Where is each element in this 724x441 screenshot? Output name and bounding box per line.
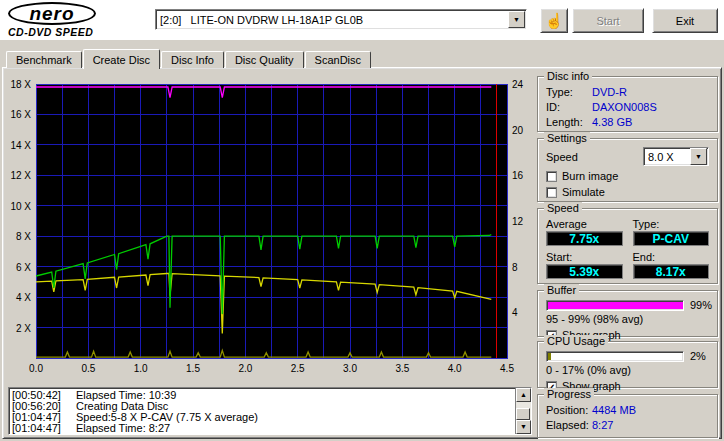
svg-text:8: 8 bbox=[512, 262, 518, 273]
end-speed-label: End: bbox=[633, 251, 710, 263]
svg-text:12: 12 bbox=[512, 216, 524, 227]
svg-text:1.5: 1.5 bbox=[186, 363, 200, 374]
group-title: Buffer bbox=[544, 284, 579, 296]
svg-text:3.5: 3.5 bbox=[395, 363, 409, 374]
speed-setting-label: Speed bbox=[546, 151, 578, 163]
disc-type-value: DVD-R bbox=[592, 86, 627, 98]
disc-info-group: Disc info Type: DVD-R ID: DAXON008S Leng… bbox=[537, 76, 718, 132]
scroll-down-icon[interactable]: ▼ bbox=[516, 420, 531, 434]
drive-select-value: [2:0] LITE-ON DVDRW LH-18A1P GL0B bbox=[156, 14, 508, 26]
svg-text:10 X: 10 X bbox=[10, 201, 31, 212]
speed-select-value: 8.0 X bbox=[644, 151, 690, 163]
buffer-percent: 99% bbox=[690, 299, 712, 311]
scroll-up-icon[interactable]: ▲ bbox=[516, 388, 531, 402]
disc-id-label: ID: bbox=[546, 101, 592, 113]
elapsed-value: 8:27 bbox=[592, 419, 613, 431]
log-scrollbar[interactable]: ▲ ▼ bbox=[515, 388, 531, 434]
svg-text:18 X: 18 X bbox=[10, 79, 31, 90]
type-label: Type: bbox=[633, 218, 710, 230]
elapsed-row: Elapsed: 8:27 bbox=[538, 419, 717, 431]
simulate-checkbox[interactable]: Simulate bbox=[538, 186, 717, 198]
cpu-meter-fill bbox=[548, 353, 551, 360]
log-line: [01:04:47]Elapsed Time: 8:27 bbox=[12, 423, 515, 434]
header-bar: nero CD-DVD SPEED [2:0] LITE-ON DVDRW LH… bbox=[0, 0, 724, 40]
tab-disc-quality[interactable]: Disc Quality bbox=[225, 51, 304, 68]
scrollbar-track[interactable] bbox=[516, 402, 531, 420]
average-label: Average bbox=[546, 218, 623, 230]
settings-group: Settings Speed 8.0 X ▼ Burn image Simula… bbox=[537, 138, 718, 202]
scrollbar-thumb[interactable] bbox=[516, 408, 530, 420]
group-title: Progress bbox=[544, 388, 594, 400]
tab-scandisc[interactable]: ScanDisc bbox=[305, 51, 371, 68]
svg-text:0.0: 0.0 bbox=[29, 363, 43, 374]
type-value: P-CAV bbox=[633, 231, 710, 246]
cpu-range: 0 - 17% (0% avg) bbox=[538, 362, 717, 376]
eject-button[interactable]: ☝ bbox=[540, 8, 568, 33]
exit-button[interactable]: Exit bbox=[652, 8, 718, 33]
nero-logo-subtitle: CD-DVD SPEED bbox=[8, 26, 148, 38]
group-title: CPU Usage bbox=[544, 335, 608, 347]
nero-logo: nero CD-DVD SPEED bbox=[8, 2, 148, 38]
group-title: Disc info bbox=[544, 70, 592, 82]
tab-benchmark[interactable]: Benchmark bbox=[6, 51, 82, 68]
nero-logo-wordmark: nero bbox=[8, 2, 96, 25]
svg-text:6 X: 6 X bbox=[16, 262, 31, 273]
write-speed-chart: 2 X4 X6 X8 X10 X12 X14 X16 X18 X48121620… bbox=[8, 74, 532, 376]
burn-image-checkbox[interactable]: Burn image bbox=[538, 170, 717, 182]
checkbox-icon[interactable] bbox=[546, 171, 557, 182]
disc-length-label: Length: bbox=[546, 116, 592, 128]
buffer-meter bbox=[546, 300, 684, 311]
cpu-percent: 2% bbox=[690, 350, 706, 362]
progress-group: Progress Position: 4484 MB Elapsed: 8:27 bbox=[537, 394, 718, 438]
group-title: Settings bbox=[544, 132, 590, 144]
svg-text:12 X: 12 X bbox=[10, 170, 31, 181]
speed-values-grid: Average Type: 7.75x P-CAV Start: End: 5.… bbox=[538, 209, 717, 283]
burn-image-label: Burn image bbox=[562, 170, 618, 182]
buffer-group: Buffer 99% 95 - 99% (98% avg) ✓ Show gra… bbox=[537, 290, 718, 337]
speed-select[interactable]: 8.0 X ▼ bbox=[643, 147, 709, 166]
disc-type-label: Type: bbox=[546, 86, 592, 98]
speed-group: Speed Average Type: 7.75x P-CAV Start: E… bbox=[537, 208, 718, 284]
average-value: 7.75x bbox=[546, 231, 623, 246]
checkbox-icon[interactable] bbox=[546, 187, 557, 198]
position-value: 4484 MB bbox=[592, 404, 636, 416]
disc-length-value: 4.38 GB bbox=[592, 116, 632, 128]
dropdown-arrow-icon[interactable]: ▼ bbox=[508, 11, 525, 28]
svg-text:0.5: 0.5 bbox=[81, 363, 95, 374]
svg-text:24: 24 bbox=[512, 79, 524, 90]
start-button[interactable]: Start bbox=[572, 8, 644, 33]
disc-id-value: DAXON008S bbox=[592, 101, 657, 113]
svg-text:14 X: 14 X bbox=[10, 140, 31, 151]
tab-create-disc[interactable]: Create Disc bbox=[83, 49, 160, 69]
position-label: Position: bbox=[546, 404, 592, 416]
disc-type-row: Type: DVD-R bbox=[538, 86, 717, 98]
svg-text:20: 20 bbox=[512, 125, 524, 136]
status-log: [00:50:42]Elapsed Time: 10:39 [00:56:20]… bbox=[8, 387, 532, 435]
log-timestamp: [01:04:47] bbox=[12, 423, 76, 434]
svg-text:2 X: 2 X bbox=[16, 323, 31, 334]
svg-text:2.0: 2.0 bbox=[238, 363, 252, 374]
cpu-usage-group: CPU Usage 2% 0 - 17% (0% avg) ✓ Show gra… bbox=[537, 341, 718, 388]
drive-select[interactable]: [2:0] LITE-ON DVDRW LH-18A1P GL0B ▼ bbox=[155, 9, 527, 30]
svg-text:4: 4 bbox=[512, 307, 518, 318]
buffer-range: 95 - 99% (98% avg) bbox=[538, 311, 717, 325]
tab-disc-info[interactable]: Disc Info bbox=[161, 51, 224, 68]
disc-length-row: Length: 4.38 GB bbox=[538, 116, 717, 128]
buffer-meter-fill bbox=[548, 302, 683, 309]
hand-icon: ☝ bbox=[545, 12, 564, 29]
svg-text:8 X: 8 X bbox=[16, 231, 31, 242]
log-text: Elapsed Time: 8:27 bbox=[76, 423, 170, 434]
svg-text:16: 16 bbox=[512, 170, 524, 181]
svg-text:1.0: 1.0 bbox=[134, 363, 148, 374]
svg-text:4.0: 4.0 bbox=[448, 363, 462, 374]
cpu-meter bbox=[546, 351, 684, 362]
disc-id-row: ID: DAXON008S bbox=[538, 101, 717, 113]
svg-text:16 X: 16 X bbox=[10, 109, 31, 120]
end-speed-value: 8.17x bbox=[633, 264, 710, 279]
start-speed-label: Start: bbox=[546, 251, 623, 263]
svg-text:4.5: 4.5 bbox=[500, 363, 514, 374]
dropdown-arrow-icon[interactable]: ▼ bbox=[690, 148, 707, 165]
svg-text:4 X: 4 X bbox=[16, 292, 31, 303]
start-speed-value: 5.39x bbox=[546, 264, 623, 279]
group-title: Speed bbox=[544, 202, 582, 214]
